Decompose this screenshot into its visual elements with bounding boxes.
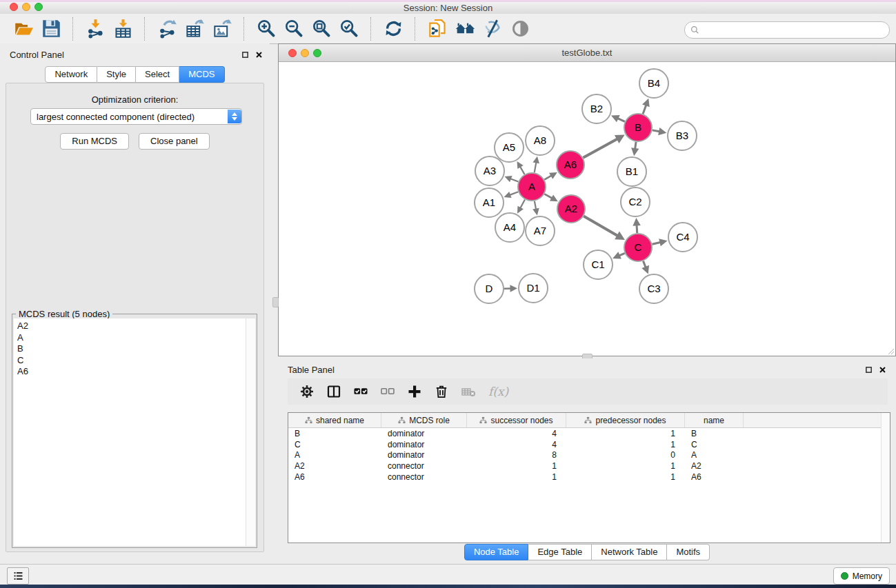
show-panel-icon[interactable] (508, 18, 532, 40)
graph-edge-C-C1[interactable] (619, 253, 625, 255)
table-row[interactable]: A2connector11A2 (288, 460, 890, 472)
open-session-icon[interactable] (12, 18, 35, 40)
table-cell[interactable]: 0 (566, 450, 685, 460)
home-icon[interactable] (453, 18, 477, 40)
table-row[interactable]: Bdominator41B (288, 428, 890, 439)
graph-node-A4[interactable]: A4 (495, 213, 524, 242)
float-table-panel-icon[interactable] (864, 365, 873, 374)
graph-node-A7[interactable]: A7 (526, 216, 555, 245)
table-scrollbar[interactable] (881, 413, 890, 543)
split-columns-icon[interactable] (326, 383, 342, 400)
network-canvas[interactable]: B4B2BB3A8A5A6A3B1AA1C2A2A4A7C4CC1C3DD1 (279, 62, 895, 356)
graph-edge-A-A5[interactable] (520, 167, 524, 174)
table-cell[interactable]: 1 (467, 461, 566, 471)
export-table-icon[interactable] (183, 18, 206, 40)
table-cell[interactable]: C (685, 440, 744, 449)
table-cell[interactable]: dominator (381, 429, 467, 438)
table-cell[interactable]: A (288, 450, 381, 460)
graph-edge-A-A4[interactable] (520, 199, 525, 207)
deselect-all-icon[interactable] (379, 383, 396, 400)
graph-edge-C-C2[interactable] (637, 225, 637, 233)
table-cell[interactable]: 1 (566, 472, 685, 482)
graph-node-D1[interactable]: D1 (519, 274, 548, 303)
table-row[interactable]: Cdominator41C (288, 439, 890, 450)
export-network-icon[interactable] (155, 18, 179, 40)
close-panel-button[interactable]: Close panel (139, 133, 210, 150)
graph-edge-B-B1[interactable] (635, 142, 636, 149)
hide-panels-icon[interactable] (481, 18, 504, 40)
graph-node-C3[interactable]: C3 (639, 274, 668, 303)
graph-node-B1[interactable]: B1 (617, 157, 646, 186)
graph-node-B4[interactable]: B4 (639, 69, 668, 98)
column-header-name[interactable]: name (685, 413, 744, 427)
tab-select[interactable]: Select (136, 66, 179, 83)
graph-node-A2[interactable]: A2 (557, 195, 585, 223)
resize-grip-icon[interactable] (888, 348, 895, 355)
graph-node-C[interactable]: C (624, 234, 652, 261)
graph-node-A3[interactable]: A3 (475, 156, 504, 185)
table-cell[interactable]: B (685, 429, 744, 438)
result-item[interactable]: B (14, 343, 246, 355)
table-cell[interactable]: 1 (566, 429, 685, 438)
graph-node-C1[interactable]: C1 (584, 250, 613, 279)
graph-edge-C-C4[interactable] (652, 243, 660, 245)
graph-edge-A-A6[interactable] (544, 176, 551, 180)
graph-edge-B-B2[interactable] (617, 119, 624, 122)
task-history-button[interactable] (7, 567, 29, 585)
table-cell[interactable]: 8 (467, 450, 566, 460)
graph-edge-B-B3[interactable] (653, 130, 660, 132)
table-cell[interactable]: 1 (467, 472, 566, 482)
table-cell[interactable]: 1 (566, 461, 685, 471)
network-window-titlebar[interactable]: testGlobe.txt (279, 44, 895, 62)
optimization-dropdown[interactable]: largest connected component (directed) (30, 108, 242, 125)
float-panel-icon[interactable] (241, 50, 249, 59)
vertical-splitter-handle[interactable] (272, 297, 279, 307)
graph-edge-A-A1[interactable] (510, 192, 518, 195)
table-cell[interactable]: A2 (685, 461, 744, 471)
table-cell[interactable]: dominator (381, 440, 467, 449)
table-cell[interactable]: C (288, 440, 381, 449)
gear-icon[interactable] (299, 383, 315, 400)
table-cell[interactable]: A2 (288, 461, 381, 471)
search-box[interactable] (684, 21, 890, 39)
table-cell[interactable]: 4 (467, 429, 566, 438)
table-cell[interactable]: A6 (685, 472, 744, 482)
graph-node-A5[interactable]: A5 (495, 133, 524, 162)
result-item[interactable]: C (14, 355, 246, 367)
save-session-icon[interactable] (39, 18, 63, 40)
table-cell[interactable]: B (288, 429, 381, 438)
table-cell[interactable]: connector (381, 472, 467, 482)
zoom-selected-icon[interactable] (337, 18, 361, 40)
graph-edge-B-B4[interactable] (643, 105, 646, 114)
zoom-out-icon[interactable] (282, 18, 306, 40)
graph-node-D[interactable]: D (475, 274, 504, 303)
graph-node-A8[interactable]: A8 (526, 126, 555, 155)
result-item[interactable]: A2 (14, 321, 246, 332)
import-table-icon[interactable] (111, 18, 135, 40)
result-scrollbar[interactable] (246, 318, 255, 546)
zoom-fit-icon[interactable] (310, 18, 333, 40)
graph-edge-A-A2[interactable] (544, 194, 552, 198)
table-cell[interactable]: 1 (566, 440, 685, 449)
graph-edge-A-A7[interactable] (535, 201, 536, 210)
graph-node-A6[interactable]: A6 (557, 151, 584, 179)
refresh-icon[interactable] (381, 18, 405, 40)
duplicate-network-icon[interactable] (426, 18, 449, 40)
graph-node-A[interactable]: A (518, 173, 546, 201)
run-mcds-button[interactable]: Run MCDS (60, 133, 129, 150)
graph-edge-A-A8[interactable] (535, 162, 537, 172)
add-column-icon[interactable] (406, 383, 423, 400)
tab-mcds[interactable]: MCDS (179, 66, 224, 83)
search-input[interactable] (700, 24, 889, 37)
table-cell[interactable]: A (685, 450, 744, 460)
graph-node-A1[interactable]: A1 (475, 188, 504, 217)
graph-node-C2[interactable]: C2 (621, 187, 650, 216)
graph-node-B[interactable]: B (624, 114, 652, 141)
table-cell[interactable]: connector (381, 461, 467, 471)
zoom-in-icon[interactable] (255, 18, 278, 40)
graph-edge-A2-C[interactable] (584, 216, 617, 235)
table-row[interactable]: A6connector11A6 (288, 472, 890, 483)
graph-edge-A-A3[interactable] (510, 179, 518, 181)
import-network-icon[interactable] (83, 18, 107, 40)
memory-button[interactable]: Memory (833, 567, 890, 585)
